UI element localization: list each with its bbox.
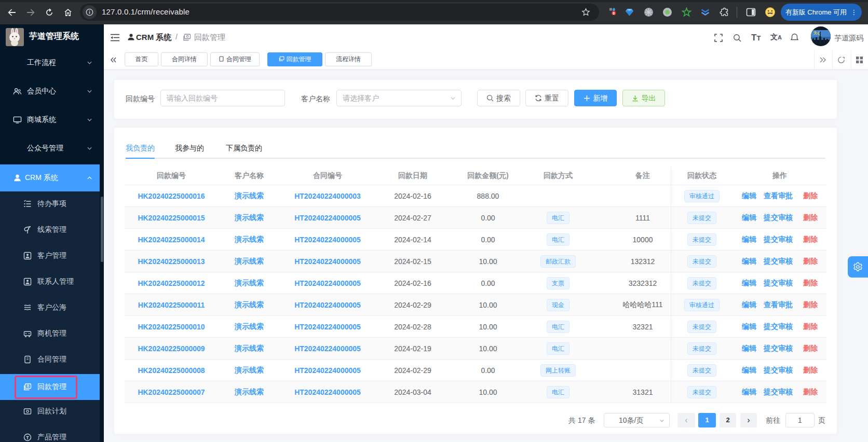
svg-text:6: 6 [613, 11, 615, 15]
